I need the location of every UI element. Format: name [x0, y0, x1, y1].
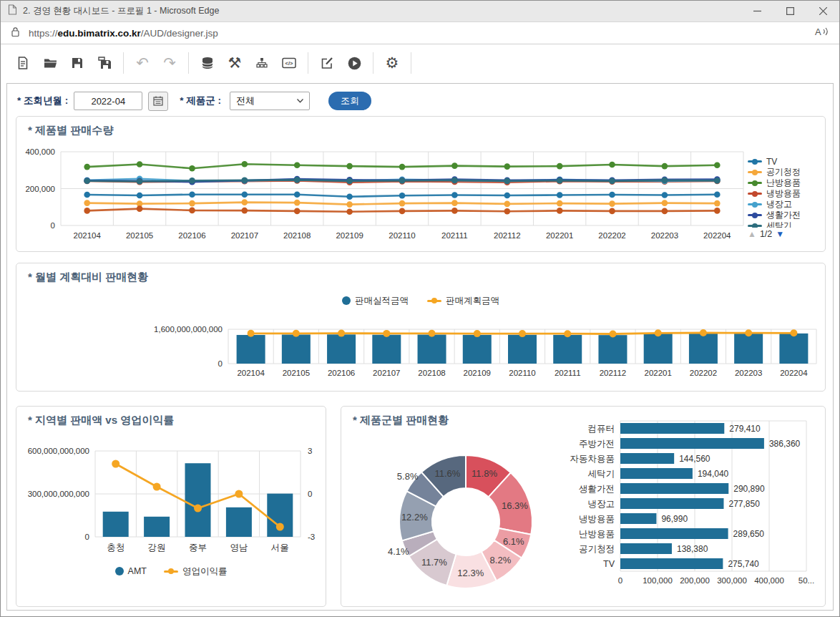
designer-toolbar: ↶ ↷ ⚒ </> ⚙ — [1, 44, 839, 82]
legend-item[interactable]: AMT — [115, 565, 147, 577]
url-bar: https://edu.bimatrix.co.kr/AUD/designer.… — [1, 22, 839, 44]
panel-title: * 제품별 판매수량 — [28, 124, 113, 137]
settings-button[interactable]: ⚙ — [379, 49, 406, 77]
code-button[interactable]: </> — [275, 49, 303, 77]
svg-text:275,740: 275,740 — [728, 559, 759, 569]
edit-button[interactable] — [313, 49, 341, 77]
product-sales-line-chart[interactable]: 400,000200,00002021042021052021062021072… — [22, 144, 752, 248]
run-button[interactable] — [341, 49, 368, 77]
region-dual-axis-chart[interactable]: 600,000,000,000300,000,000,000030-3충청강원중… — [16, 428, 327, 571]
calendar-button[interactable] — [148, 92, 168, 111]
svg-text:400,000: 400,000 — [25, 147, 55, 156]
svg-text:202204: 202204 — [703, 231, 731, 240]
search-button[interactable]: 조회 — [328, 92, 371, 110]
legend-item[interactable]: 생활가전 — [748, 210, 819, 220]
svg-text:202111: 202111 — [441, 231, 468, 240]
svg-text:0: 0 — [85, 533, 89, 541]
product-select[interactable]: 전체 — [230, 92, 310, 110]
legend-item[interactable]: 냉방용품 — [748, 188, 819, 199]
svg-text:4.1%: 4.1% — [388, 546, 409, 557]
svg-text:생활가전: 생활가전 — [579, 484, 615, 494]
product-select-value: 전체 — [236, 94, 255, 107]
legend-item[interactable]: 냉장고 — [748, 199, 819, 210]
toolbar-separator — [188, 52, 189, 74]
line-marker-icon — [748, 214, 762, 216]
minimize-button[interactable] — [741, 1, 773, 21]
legend-page-up-icon[interactable]: ▲ — [748, 229, 756, 239]
new-document-button[interactable] — [9, 49, 36, 77]
svg-text:600,000,000,000: 600,000,000,000 — [28, 447, 89, 455]
close-button[interactable] — [806, 1, 839, 21]
sitemap-button[interactable] — [248, 49, 275, 77]
product-group-donut-chart[interactable]: 11.8%16.3%6.1%8.2%12.3%11.7%4.1%12.2%5.8… — [341, 407, 592, 608]
svg-text:202110: 202110 — [509, 369, 536, 377]
svg-text:11.6%: 11.6% — [434, 468, 460, 479]
svg-text:202106: 202106 — [178, 231, 205, 240]
legend-item[interactable]: 세탁기 — [748, 220, 819, 228]
url-protocol: https:// — [29, 28, 58, 39]
svg-text:144,560: 144,560 — [679, 454, 710, 464]
svg-text:300,000,000,000: 300,000,000,000 — [28, 490, 89, 498]
legend-item[interactable]: TV — [748, 156, 819, 167]
svg-text:냉방용품: 냉방용품 — [579, 514, 615, 524]
toolbar-separator — [373, 52, 373, 74]
svg-text:202108: 202108 — [283, 231, 311, 240]
database-button[interactable] — [194, 49, 221, 77]
svg-text:50...: 50... — [799, 576, 814, 585]
redo-button[interactable]: ↷ — [156, 49, 183, 77]
svg-text:11.7%: 11.7% — [421, 557, 447, 568]
read-aloud-icon[interactable]: A — [814, 26, 829, 40]
url-path: /AUD/designer.jsp — [141, 28, 218, 39]
toolbar-separator — [308, 52, 308, 74]
svg-text:202202: 202202 — [598, 231, 625, 240]
svg-text:202110: 202110 — [389, 231, 416, 240]
svg-text:202201: 202201 — [546, 231, 573, 240]
svg-text:강원: 강원 — [148, 543, 166, 553]
product-filter-label: * 제품군 : — [180, 94, 221, 107]
legend-item[interactable]: 공기청정 — [748, 167, 819, 178]
product-group-hbar-chart[interactable]: 0100,000200,000300,000400,00050...컴퓨터279… — [563, 415, 826, 598]
legend-item[interactable]: 영업이익률 — [164, 565, 228, 577]
svg-text:400,000: 400,000 — [754, 576, 784, 585]
svg-text:202109: 202109 — [336, 231, 363, 240]
svg-text:난방용품: 난방용품 — [579, 529, 615, 539]
line-marker-icon — [427, 300, 441, 302]
svg-text:3: 3 — [308, 447, 312, 455]
maximize-button[interactable] — [773, 1, 806, 21]
svg-text:자동차용품: 자동차용품 — [570, 454, 615, 464]
line-marker-icon — [748, 171, 762, 173]
panel-title: * 월별 계획대비 판매현황 — [28, 271, 148, 284]
svg-text:202105: 202105 — [126, 231, 153, 240]
line-marker-icon — [748, 203, 762, 205]
svg-text:138,380: 138,380 — [677, 544, 708, 554]
window-controls — [741, 1, 839, 21]
svg-text:0: 0 — [51, 221, 55, 230]
url-text[interactable]: https://edu.bimatrix.co.kr/AUD/designer.… — [29, 28, 805, 39]
svg-text:202108: 202108 — [418, 369, 445, 377]
legend-item[interactable]: 판매계획금액 — [427, 295, 499, 306]
date-input[interactable] — [74, 92, 142, 110]
line-chart-legend: TV공기청정난방용품냉방용품냉장고생활가전세탁기 — [748, 156, 819, 228]
svg-text:194,040: 194,040 — [698, 469, 729, 479]
svg-text:0: 0 — [618, 576, 622, 585]
legend-item[interactable]: 판매실적금액 — [342, 295, 409, 306]
undo-button[interactable]: ↶ — [129, 49, 156, 77]
svg-text:202112: 202112 — [600, 369, 627, 377]
legend-page-down-icon[interactable]: ▼ — [776, 229, 784, 239]
svg-text:202204: 202204 — [780, 369, 808, 377]
save-button[interactable] — [64, 49, 91, 77]
bar-line-legend: 판매실적금액판매계획금액 — [16, 295, 825, 306]
svg-text:202203: 202203 — [735, 369, 762, 377]
panel-product-sales-qty: * 제품별 판매수량 400,000200,000020210420210520… — [16, 116, 826, 252]
save-as-button[interactable] — [91, 49, 118, 77]
monthly-plan-bar-chart[interactable]: 1,600,000,000,00002021042021052021062021… — [21, 324, 822, 385]
tools-button[interactable]: ⚒ — [221, 49, 248, 77]
legend-item[interactable]: 난방용품 — [748, 178, 819, 188]
svg-text:202201: 202201 — [645, 369, 672, 377]
svg-text:200,000: 200,000 — [25, 185, 55, 193]
open-folder-button[interactable] — [36, 49, 64, 77]
svg-text:200,000: 200,000 — [680, 576, 710, 585]
legend-pagination: ▲ 1/2 ▼ — [748, 229, 819, 239]
window-title: 2. 경영 현황 대시보드 - 프로필 1 - Microsoft Edge — [23, 5, 219, 17]
line-marker-icon — [164, 570, 178, 573]
